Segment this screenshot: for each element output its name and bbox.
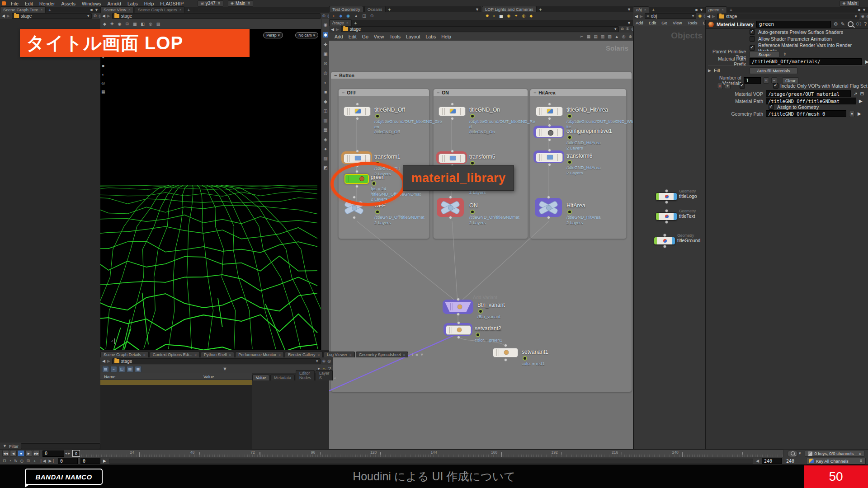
display-badge[interactable] (476, 333, 480, 337)
close-icon[interactable]: × (346, 21, 349, 25)
node-titlegnd-hitarea[interactable] (536, 107, 563, 116)
camera-tool-icon[interactable]: ◎ (522, 14, 525, 18)
camera-icon[interactable]: ◎ (101, 81, 105, 85)
light-tool-icon[interactable]: ▅ (500, 14, 503, 18)
network-menu-labs[interactable]: Labs (423, 34, 439, 39)
new-tab-button[interactable]: + (728, 8, 734, 13)
details-tab-python-shell[interactable]: Python Shell× (201, 352, 234, 357)
chevron-down-icon[interactable]: ▼ (862, 8, 866, 12)
node-btn-variant[interactable] (445, 302, 471, 312)
pin-icon[interactable]: ⊕ (861, 14, 865, 19)
close-icon[interactable]: × (41, 8, 43, 12)
menu-arnold[interactable]: Arnold (104, 1, 124, 6)
tab-value[interactable]: Value (252, 375, 269, 380)
camera-selector[interactable]: No cam▾ (295, 32, 318, 38)
shelf-tool-icon[interactable]: ◆ (339, 14, 342, 18)
display-badge[interactable] (470, 161, 475, 165)
node-transform6[interactable] (536, 153, 563, 162)
flipbook-icon[interactable]: ▥ (323, 118, 327, 123)
back-icon[interactable]: ◀ (635, 14, 638, 19)
chevron-down-icon[interactable]: ▾ (87, 14, 90, 18)
flag-icon[interactable]: ▲ (615, 35, 619, 39)
close-icon[interactable]: × (194, 353, 197, 357)
tab-stage[interactable]: /stage× (329, 19, 352, 26)
world-icon[interactable]: ◉ (698, 14, 702, 18)
info-icon[interactable]: ⓘ (856, 22, 861, 27)
select-icon[interactable]: ◆ (103, 22, 106, 26)
network-editor-canvas[interactable]: Solaris −Button −OFF −ON −HitArea (329, 41, 633, 449)
help-icon[interactable]: ? (864, 22, 867, 27)
forward-icon[interactable]: ▶ (640, 14, 643, 19)
checkbox-off[interactable] (750, 36, 755, 42)
breadcrumb[interactable]: stage▾ (112, 358, 321, 364)
layout-selector[interactable]: ◈ Main⇕ (228, 0, 253, 7)
tree-icon[interactable]: ▤ (102, 366, 109, 372)
breadcrumb[interactable]: stage▾ (12, 13, 92, 19)
chevron-down-icon[interactable]: ▾ (692, 14, 694, 18)
new-tab-button[interactable]: + (47, 8, 53, 13)
tab-green[interactable]: green× (705, 6, 727, 13)
desktop-selector[interactable]: ⊞ y347⇕ (198, 0, 223, 7)
play-button[interactable]: ▶ (25, 450, 32, 457)
range-start-icon[interactable]: ❘◀ (39, 459, 46, 463)
details-tab-context-options-edi-[interactable]: Context Options Edi...× (150, 352, 200, 357)
include-vops-checkbox[interactable] (773, 83, 778, 89)
path-chooser-icon[interactable]: ▶ (865, 59, 868, 64)
close-icon[interactable]: × (179, 8, 182, 12)
audio-icon[interactable]: ◔ (9, 459, 11, 463)
node-configureprimitive1[interactable] (536, 128, 563, 137)
tab-scene-graph-tree[interactable]: Scene Graph Tree× (0, 6, 46, 13)
link-icon[interactable]: ◎ (327, 359, 331, 363)
breadcrumb[interactable]: ≡obj▾ (645, 13, 696, 19)
entry-enable-checkbox[interactable] (740, 83, 745, 89)
menu-render[interactable]: Render (36, 1, 58, 6)
keys-info-box[interactable]: 0 keys, 0/0 channels▴ (805, 450, 864, 457)
frame-back-icon[interactable]: ◂ (65, 451, 67, 455)
dropdown-icon[interactable]: ▾ (849, 111, 855, 117)
light-tool-icon[interactable]: ◐ (493, 14, 495, 18)
filter-funnel-icon[interactable]: ▼ (222, 366, 227, 371)
range-end-icon[interactable]: ▶❘ (48, 459, 55, 463)
forward-icon[interactable]: ▶ (107, 14, 110, 18)
jump-icon[interactable]: ↗ (854, 91, 857, 96)
grid-icon[interactable]: ▦ (323, 128, 327, 132)
chevron-down-icon[interactable]: ▼ (627, 8, 631, 12)
menu-edit[interactable]: Edit (22, 1, 36, 6)
network-menu-tools[interactable]: Tools (387, 34, 403, 39)
pivot-icon[interactable]: ⊙ (324, 61, 327, 66)
node-name-field[interactable]: green (756, 21, 831, 28)
gear-icon[interactable]: ⚙ (834, 22, 838, 27)
brush-icon[interactable]: ✎ (841, 22, 845, 27)
key-all-channels-select[interactable]: Key All Channels⇕ (806, 458, 866, 465)
export-icon[interactable]: ⊟ (3, 459, 6, 463)
target-icon[interactable]: ◎ (622, 35, 626, 39)
magnifier-icon[interactable] (848, 21, 854, 27)
link-icon[interactable]: ◎ (866, 14, 868, 19)
objects-menu-tools[interactable]: Tools (684, 20, 700, 25)
details-tab-performance-monitor[interactable]: Performance Monitor× (235, 352, 284, 357)
geometry-path-field[interactable]: /titleGND_Off/mesh_0 (766, 110, 846, 117)
realtime-clock-icon[interactable]: ◷ (20, 459, 24, 463)
menu-assets[interactable]: Assets (58, 1, 79, 6)
objects-menu-view[interactable]: View (670, 20, 684, 25)
light-tool-icon[interactable]: ✸ (486, 14, 489, 18)
grid-icon[interactable]: ▦ (101, 90, 105, 94)
objects-canvas[interactable]: Objects GeometrytitleLogo GeometrytitleT… (633, 26, 706, 449)
breadcrumb[interactable]: stage▾ (717, 14, 859, 19)
menu-file[interactable]: File (8, 1, 22, 6)
range-start2-field[interactable]: 0 (80, 458, 100, 464)
tab-layer-stack[interactable]: Layer S (316, 370, 333, 380)
tab-scroll-icon[interactable]: « (334, 376, 336, 380)
forward-icon[interactable]: ▶ (336, 27, 339, 32)
mask-icon[interactable]: ▨ (323, 156, 327, 161)
node-titlegnd-on[interactable] (439, 107, 466, 116)
split-icon[interactable]: ◫ (118, 366, 125, 372)
pane-menu-icon[interactable]: ■ (695, 8, 698, 12)
shelf-tool-icon[interactable]: ◐ (333, 14, 335, 18)
insert-entry-button[interactable]: + (725, 83, 731, 89)
range-slider-handle[interactable]: ▶ (103, 459, 106, 463)
add-key-icon[interactable]: ＋ (33, 459, 37, 463)
chevron-down-icon[interactable]: ▼ (420, 353, 424, 357)
shelf-tool-icon[interactable]: ◉ (346, 14, 350, 18)
pin-icon[interactable]: ⊕ (322, 359, 326, 363)
